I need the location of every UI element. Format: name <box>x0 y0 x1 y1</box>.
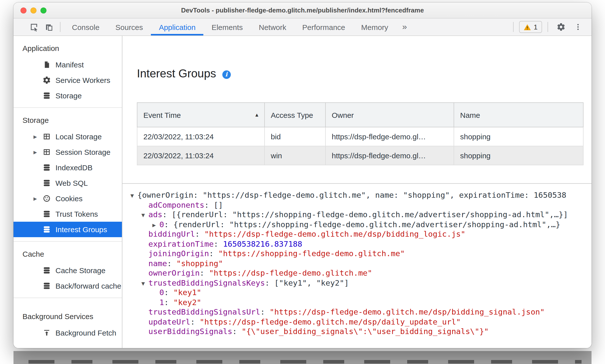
tree-line: updateUrl: "https://dsp-fledge-demo.glit… <box>122 317 592 327</box>
section-header-cache: Cache <box>13 246 122 263</box>
table-row[interactable]: 22/03/2022, 11:03:24 bid https://dsp-fle… <box>137 127 583 146</box>
sidebar-item-back-forward-cache[interactable]: Back/forward cache <box>13 278 122 294</box>
devtools-toolbar: Console Sources Application Elements Net… <box>13 18 592 36</box>
interest-groups-table: Event Time ▲ Access Type Owner Name 22/0… <box>137 102 584 165</box>
close-window-button[interactable] <box>20 7 26 13</box>
tab-application[interactable]: Application <box>151 18 204 35</box>
sidebar-section-storage: Storage ▶ Local Storage ▶ Session Storag… <box>13 108 122 242</box>
table-cell: https://dsp-fledge-demo.gl… <box>325 127 454 146</box>
sidebar-section-application: Application Manifest Service Workers <box>13 36 122 108</box>
table-cell: shopping <box>454 146 583 165</box>
inspect-element-button[interactable] <box>26 18 41 35</box>
tree-line: ownerOrigin: "https://dsp-fledge-demo.gl… <box>122 269 592 278</box>
sidebar-item-web-sql[interactable]: Web SQL <box>13 175 122 191</box>
device-toolbar-button[interactable] <box>41 18 56 35</box>
sidebar-item-local-storage[interactable]: ▶ Local Storage <box>13 129 122 144</box>
sidebar-section-background-services: Background Services Background Fetch <box>13 298 122 345</box>
toolbar-separator <box>548 22 548 32</box>
database-icon <box>42 225 51 234</box>
table-icon <box>42 148 51 156</box>
toolbar-separator <box>60 22 60 32</box>
chevron-right-icon[interactable]: ▶ <box>33 134 42 139</box>
screen: DevTools - publisher-fledge-demo.glitch.… <box>0 0 605 364</box>
sort-ascending-icon: ▲ <box>254 112 259 118</box>
column-header-owner[interactable]: Owner <box>325 103 454 127</box>
tree-line: ▼trustedBiddingSignalsKeys: ["key1", "ke… <box>122 278 592 288</box>
tree-line: trustedBiddingSignalsUrl: "https://dsp-f… <box>122 308 592 317</box>
sidebar-item-interest-groups[interactable]: Interest Groups <box>13 222 122 237</box>
sidebar-item-cache-storage[interactable]: Cache Storage <box>13 263 122 278</box>
toolbar-right: 1 <box>510 18 592 35</box>
disclosure-collapsed-icon[interactable]: ▶ <box>152 220 159 230</box>
application-panel: Application Manifest Service Workers <box>13 36 592 348</box>
tab-memory[interactable]: Memory <box>353 18 396 35</box>
inspect-icon <box>29 22 38 31</box>
sidebar-item-cookies[interactable]: ▶ Cookies <box>13 191 122 206</box>
tab-performance[interactable]: Performance <box>294 18 353 35</box>
sidebar-item-storage[interactable]: Storage <box>13 88 122 103</box>
table-cell: https://dsp-fledge-demo.gl… <box>325 146 454 165</box>
gear-icon <box>42 76 51 84</box>
tree-line: biddingUrl: "https://dsp-fledge-demo.gli… <box>122 230 592 239</box>
kebab-menu-icon <box>574 23 582 31</box>
document-icon <box>42 60 51 69</box>
tab-network[interactable]: Network <box>251 18 294 35</box>
section-header-storage: Storage <box>13 112 122 129</box>
table-header-row: Event Time ▲ Access Type Owner Name <box>137 103 583 127</box>
database-icon <box>42 282 51 290</box>
tree-line: 1: "key2" <box>122 298 592 308</box>
sidebar-item-manifest[interactable]: Manifest <box>13 57 122 72</box>
column-header-event-time[interactable]: Event Time ▲ <box>137 103 265 127</box>
table-cell: bid <box>265 127 325 146</box>
sidebar-item-service-workers[interactable]: Service Workers <box>13 72 122 88</box>
info-icon[interactable]: i <box>222 70 231 79</box>
sidebar-item-trust-tokens[interactable]: Trust Tokens <box>13 206 122 222</box>
disclosure-expanded-icon[interactable]: ▼ <box>141 211 148 220</box>
database-icon <box>42 210 51 218</box>
minimize-window-button[interactable] <box>30 7 36 13</box>
background-page-strip <box>13 351 592 364</box>
chevron-right-icon[interactable]: ▶ <box>33 196 42 201</box>
issues-warning-badge[interactable]: 1 <box>519 21 542 33</box>
titlebar: DevTools - publisher-fledge-demo.glitch.… <box>13 2 592 18</box>
fetch-arrow-icon <box>42 329 51 337</box>
json-tree: ▼{ownerOrigin: "https://dsp-fledge-demo.… <box>122 184 592 337</box>
column-header-name[interactable]: Name <box>454 103 583 127</box>
tree-line: ▼ads: [{renderUrl: "https://shopping-fle… <box>122 210 592 220</box>
table-icon <box>42 132 51 141</box>
section-header-background-services: Background Services <box>13 308 122 325</box>
devtools-window: DevTools - publisher-fledge-demo.glitch.… <box>13 2 592 348</box>
tree-line: joiningOrigin: "https://shopping-fledge-… <box>122 249 592 259</box>
tree-line: userBiddingSignals: "{\"user_bidding_sig… <box>122 327 592 337</box>
table-row[interactable]: 22/03/2022, 11:03:24 win https://dsp-fle… <box>137 146 583 165</box>
section-header-application: Application <box>13 40 122 57</box>
tree-line: adComponents: [] <box>122 200 592 210</box>
disclosure-expanded-icon[interactable]: ▼ <box>130 191 137 200</box>
table-cell: shopping <box>454 127 583 146</box>
database-icon <box>42 163 51 172</box>
gear-icon <box>557 22 566 31</box>
page-title: Interest Groups <box>137 67 216 80</box>
tab-console[interactable]: Console <box>64 18 107 35</box>
device-toolbar-icon <box>44 22 53 31</box>
disclosure-expanded-icon[interactable]: ▼ <box>141 279 148 288</box>
zoom-window-button[interactable] <box>40 7 46 13</box>
sidebar-item-background-fetch[interactable]: Background Fetch <box>13 325 122 341</box>
sidebar-section-cache: Cache Cache Storage Back/forward cache <box>13 242 122 298</box>
tab-elements[interactable]: Elements <box>204 18 251 35</box>
table-cell: 22/03/2022, 11:03:24 <box>137 146 265 165</box>
tree-line: ▶0: {renderUrl: "https://shopping-fledge… <box>122 220 592 230</box>
tree-line: name: "shopping" <box>122 259 592 269</box>
settings-button[interactable] <box>554 22 569 31</box>
chevron-right-icon[interactable]: ▶ <box>33 150 42 155</box>
panel-tabs: Console Sources Application Elements Net… <box>64 18 396 35</box>
interest-groups-view: Interest Groups i Event Time ▲ Access <box>122 36 592 348</box>
more-tabs-button[interactable]: » <box>396 18 413 35</box>
table-cell: 22/03/2022, 11:03:24 <box>137 127 265 146</box>
more-options-button[interactable] <box>571 23 586 31</box>
database-icon <box>42 91 51 100</box>
column-header-access-type[interactable]: Access Type <box>265 103 325 127</box>
sidebar-item-indexeddb[interactable]: IndexedDB <box>13 160 122 175</box>
tab-sources[interactable]: Sources <box>107 18 151 35</box>
sidebar-item-session-storage[interactable]: ▶ Session Storage <box>13 144 122 160</box>
